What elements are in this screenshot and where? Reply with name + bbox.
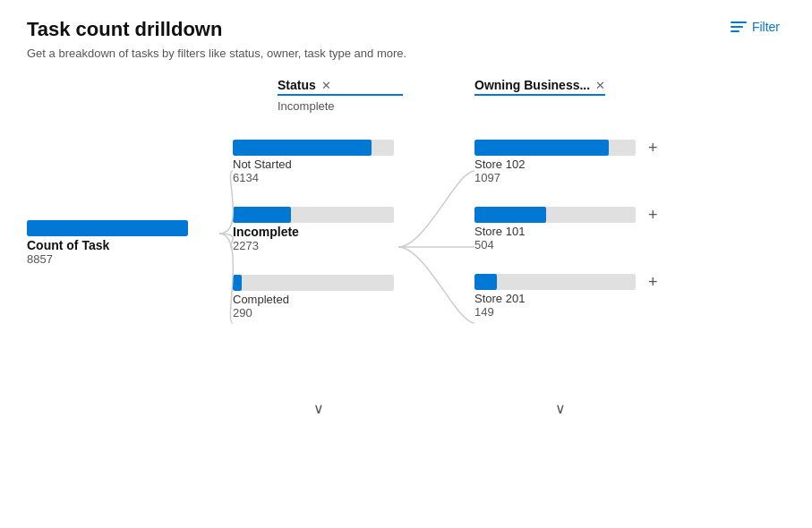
page: Task count drilldown Filter Get a breakd… (0, 0, 812, 528)
incomplete-value: 2273 (233, 239, 394, 252)
not-started-node: Not Started 6134 (233, 140, 394, 184)
business-chevron-down[interactable]: ∨ (555, 400, 566, 417)
chevron-down-icon: ∨ (313, 400, 324, 417)
status-filter-label: Status (278, 78, 316, 92)
count-of-task-label: Count of Task (27, 238, 188, 252)
status-chevron-down[interactable]: ∨ (313, 400, 324, 417)
page-title: Task count drilldown (27, 18, 222, 41)
completed-value: 290 (233, 306, 394, 319)
page-subtitle: Get a breakdown of tasks by filters like… (27, 47, 785, 60)
incomplete-bar (233, 207, 394, 223)
store-201-value: 149 (474, 305, 658, 319)
store-102-value: 1097 (474, 171, 658, 184)
filter-label: Filter (752, 20, 780, 34)
incomplete-node: Incomplete 2273 (233, 207, 394, 252)
col-status: Not Started 6134 Incomplete 2273 (233, 140, 394, 339)
store-102-plus[interactable]: + (648, 140, 658, 156)
store-201-plus[interactable]: + (648, 274, 658, 290)
store-102-node: + Store 102 1097 (474, 140, 658, 184)
store-101-node: + Store 101 504 (474, 207, 658, 251)
chart-area: Count of Task 8857 Not Started 6134 (27, 140, 785, 417)
status-filter-close[interactable]: ✕ (321, 79, 331, 92)
col-count-of-task: Count of Task 8857 (27, 220, 188, 285)
not-started-bar (233, 140, 394, 156)
store-201-node: + Store 201 149 (474, 274, 658, 319)
status-filter-value: Incomplete (278, 99, 403, 113)
not-started-label: Not Started (233, 158, 394, 171)
business-filter-close[interactable]: ✕ (595, 79, 605, 92)
store-201-label: Store 201 (474, 292, 658, 305)
count-of-task-value: 8857 (27, 252, 188, 266)
not-started-value: 6134 (233, 171, 394, 184)
completed-bar (233, 275, 394, 291)
store-201-bar (474, 274, 636, 290)
completed-label: Completed (233, 293, 394, 306)
store-102-label: Store 102 (474, 158, 658, 171)
chevron-down-icon-2: ∨ (555, 400, 566, 417)
count-of-task-node: Count of Task 8857 (27, 220, 188, 266)
business-filter-label: Owning Business... (474, 78, 590, 92)
count-of-task-bar (27, 220, 188, 236)
col-owning-business: + Store 102 1097 + Store 101 504 (474, 140, 658, 338)
filter-icon (731, 21, 747, 32)
status-filter[interactable]: Status ✕ Incomplete (278, 78, 403, 113)
store-101-label: Store 101 (474, 225, 658, 238)
incomplete-label: Incomplete (233, 225, 394, 239)
store-101-value: 504 (474, 238, 658, 251)
filter-button[interactable]: Filter (725, 18, 785, 36)
completed-node: Completed 290 (233, 275, 394, 319)
business-filter[interactable]: Owning Business... ✕ (474, 78, 605, 113)
store-101-bar (474, 207, 636, 223)
store-102-bar (474, 140, 636, 156)
filters-row: Status ✕ Incomplete Owning Business... ✕ (27, 78, 785, 113)
store-101-plus[interactable]: + (648, 207, 658, 223)
header-row: Task count drilldown Filter (27, 18, 785, 41)
